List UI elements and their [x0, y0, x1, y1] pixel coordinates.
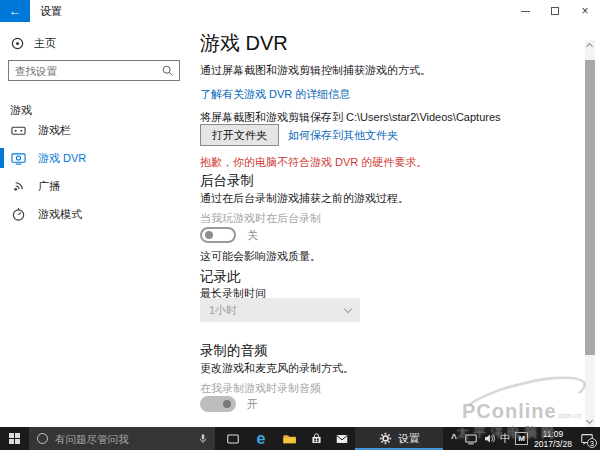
recorded-audio-toggle-row: 开	[200, 396, 258, 412]
scroll-up-icon[interactable]	[586, 43, 593, 50]
settings-sidebar: 主页 游戏 游戏栏 游戏 DVR 广播	[0, 22, 196, 427]
task-view-button[interactable]	[220, 427, 246, 450]
edge-icon: e	[257, 430, 266, 448]
close-button[interactable]: ×	[570, 0, 600, 22]
clock-date: 2017/3/28	[534, 439, 572, 449]
ime-language-indicator[interactable]: 中	[498, 427, 513, 450]
clock-time: 11:09	[543, 429, 564, 439]
scroll-down-icon[interactable]	[586, 417, 593, 424]
window-title: 设置	[40, 0, 62, 22]
maximize-button[interactable]	[540, 0, 570, 22]
windows-logo-icon	[9, 433, 20, 444]
quality-note: 这可能会影响游戏质量。	[200, 249, 321, 264]
recorded-audio-toggle[interactable]	[200, 396, 236, 412]
game-bar-icon	[11, 123, 26, 138]
sidebar-item-game-bar[interactable]: 游戏栏	[0, 116, 196, 144]
minimize-button[interactable]	[510, 0, 540, 22]
page-title: 游戏 DVR	[200, 30, 288, 57]
recorded-audio-description: 更改游戏和麦克风的录制方式。	[200, 361, 354, 376]
action-center-button[interactable]: 3	[576, 427, 598, 450]
title-bar: ← 设置 ×	[0, 0, 600, 22]
back-button[interactable]: ←	[0, 0, 30, 22]
store-button[interactable]	[303, 427, 329, 450]
broadcast-icon	[11, 179, 26, 194]
toggle-knob	[223, 400, 231, 408]
minimize-icon	[521, 11, 530, 12]
settings-search-input[interactable]	[9, 65, 161, 77]
toggle-knob	[205, 231, 213, 239]
desktop: { "window": { "title": "设置" }, "icons": …	[0, 0, 600, 450]
main-content: 游戏 DVR 通过屏幕截图和游戏剪辑控制捕获游戏的方式。 了解有关游戏 DVR …	[200, 22, 585, 427]
notification-count-badge: 3	[587, 438, 597, 448]
taskbar: e 设置 ^	[0, 427, 600, 450]
ime-mode-badge: M	[515, 432, 528, 445]
start-button[interactable]	[0, 427, 28, 450]
home-icon	[10, 36, 25, 51]
folder-actions-row: 打开文件夹 如何保存到其他文件夹	[200, 124, 398, 146]
sidebar-item-home[interactable]: 主页	[0, 32, 196, 54]
volume-tray-button[interactable]	[480, 427, 498, 450]
sidebar-home-label: 主页	[34, 36, 56, 51]
cortana-icon	[37, 433, 48, 444]
background-recording-heading: 后台录制	[200, 172, 254, 190]
network-icon	[464, 432, 478, 446]
ime-language-label: 中	[500, 432, 511, 446]
other-folder-link[interactable]: 如何保存到其他文件夹	[288, 128, 398, 143]
sidebar-item-label: 游戏 DVR	[38, 151, 86, 166]
toggle-state-label: 关	[247, 228, 258, 243]
sidebar-item-game-mode[interactable]: 游戏模式	[0, 200, 196, 228]
sidebar-item-broadcast[interactable]: 广播	[0, 172, 196, 200]
store-icon	[310, 432, 323, 445]
microphone-icon[interactable]	[197, 433, 209, 445]
mail-icon	[335, 432, 349, 446]
taskbar-search-input[interactable]	[55, 433, 197, 445]
mail-button[interactable]	[330, 427, 354, 450]
speaker-icon	[483, 432, 496, 445]
toggle-state-label: 开	[247, 397, 258, 412]
selected-accent-bar	[0, 148, 4, 168]
edge-browser-button[interactable]: e	[248, 427, 274, 450]
taskbar-clock[interactable]: 11:09 2017/3/28	[530, 427, 576, 450]
max-time-dropdown[interactable]: 1小时	[200, 298, 360, 322]
gear-icon	[379, 432, 392, 445]
window-controls: ×	[510, 0, 600, 22]
taskbar-settings-button[interactable]: 设置	[355, 427, 443, 450]
page-subtitle: 通过屏幕截图和游戏剪辑控制捕获游戏的方式。	[200, 63, 431, 78]
back-arrow-icon: ←	[9, 4, 21, 18]
sidebar-item-game-dvr[interactable]: 游戏 DVR	[0, 144, 196, 172]
chevron-down-icon	[344, 304, 352, 312]
chevron-up-icon: ^	[451, 433, 457, 444]
max-time-dropdown-value: 1小时	[209, 303, 345, 318]
network-tray-button[interactable]	[462, 427, 480, 450]
maximize-icon	[551, 7, 559, 15]
game-dvr-icon	[11, 151, 26, 166]
learn-more-link[interactable]: 了解有关游戏 DVR 的详细信息	[200, 87, 350, 102]
background-recording-description: 通过在后台录制游戏捕获之前的游戏过程。	[200, 191, 409, 206]
file-explorer-button[interactable]	[276, 427, 302, 450]
sidebar-item-label: 广播	[38, 179, 60, 194]
record-this-heading: 记录此	[200, 268, 241, 286]
hardware-warning-text: 抱歉，你的电脑不符合游戏 DVR 的硬件要求。	[200, 155, 427, 170]
background-recording-toggle[interactable]	[200, 227, 236, 243]
sidebar-item-label: 游戏模式	[38, 207, 82, 222]
task-view-icon	[226, 432, 240, 446]
sidebar-item-label: 游戏栏	[38, 123, 71, 138]
vertical-scrollbar[interactable]	[585, 40, 595, 427]
open-folder-button[interactable]: 打开文件夹	[200, 124, 279, 146]
recorded-audio-toggle-label: 在我录制游戏时录制音频	[200, 381, 321, 396]
ime-mode-indicator[interactable]: M	[514, 427, 529, 450]
tray-show-hidden-icons-button[interactable]: ^	[447, 427, 461, 450]
scrollbar-thumb[interactable]	[585, 60, 595, 355]
search-icon	[161, 64, 174, 77]
save-location-text: 将屏幕截图和游戏剪辑保存到 C:\Users\star2\Videos\Capt…	[200, 110, 501, 125]
close-icon: ×	[581, 4, 588, 18]
recorded-audio-heading: 录制的音频	[200, 342, 268, 360]
background-recording-toggle-label: 当我玩游戏时在后台录制	[200, 211, 321, 226]
game-mode-icon	[11, 207, 26, 222]
background-recording-toggle-row: 关	[200, 227, 258, 243]
sidebar-nav: 游戏栏 游戏 DVR 广播 游戏模式	[0, 116, 196, 228]
taskbar-settings-label: 设置	[399, 432, 420, 446]
cortana-search-box[interactable]	[29, 427, 215, 450]
file-explorer-icon	[282, 431, 297, 446]
settings-search-box	[8, 60, 180, 81]
